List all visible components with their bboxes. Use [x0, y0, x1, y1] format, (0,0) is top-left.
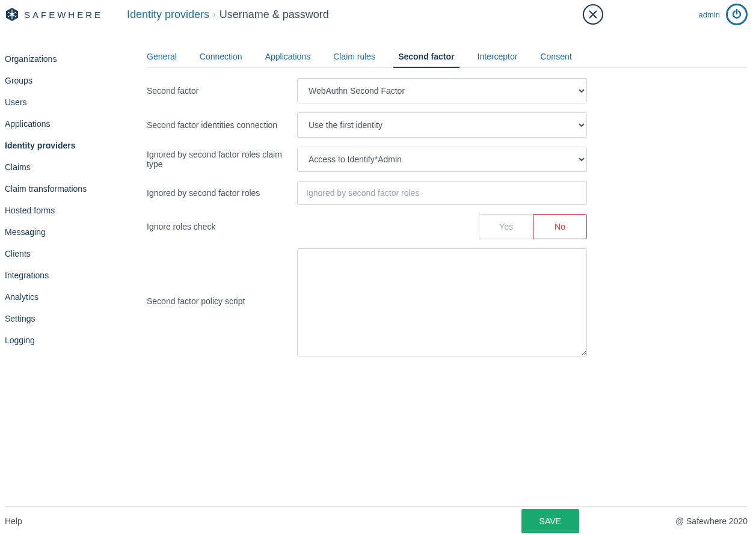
- second-factor-select[interactable]: WebAuthn Second Factor: [297, 78, 587, 103]
- ignored-roles-input[interactable]: [297, 181, 587, 205]
- logo-icon: [5, 7, 19, 22]
- tab-second-factor[interactable]: Second factor: [398, 52, 454, 61]
- sidebar-item-messaging[interactable]: Messaging: [5, 221, 125, 243]
- help-link[interactable]: Help: [5, 516, 22, 526]
- save-button[interactable]: SAVE: [521, 509, 579, 533]
- sidebar-nav: OrganizationsGroupsUsersApplicationsIden…: [5, 48, 125, 351]
- tab-connection[interactable]: Connection: [200, 52, 242, 61]
- second-factor-label: Second factor: [147, 86, 297, 96]
- tab-claim-rules[interactable]: Claim rules: [333, 52, 375, 61]
- ignore-roles-check-label: Ignore roles check: [147, 222, 297, 231]
- current-user[interactable]: admin: [699, 10, 720, 19]
- sidebar-item-hosted-forms[interactable]: Hosted forms: [5, 200, 125, 221]
- sidebar-item-settings[interactable]: Settings: [5, 308, 125, 329]
- sidebar-item-applications[interactable]: Applications: [5, 113, 125, 135]
- copyright-text: @ Safewhere 2020: [675, 516, 748, 526]
- brand-logo: SAFEWHERE: [5, 7, 103, 22]
- ignore-roles-no-button[interactable]: No: [533, 214, 587, 239]
- sidebar-item-users[interactable]: Users: [5, 91, 125, 113]
- breadcrumb-current: Username & password: [220, 8, 329, 21]
- second-factor-form: Second factor WebAuthn Second Factor Sec…: [147, 78, 587, 367]
- power-icon: [731, 9, 742, 20]
- tab-general[interactable]: General: [147, 52, 177, 61]
- tab-interceptor[interactable]: Interceptor: [478, 52, 518, 61]
- breadcrumb-parent-link[interactable]: Identity providers: [127, 8, 209, 21]
- tab-bar: GeneralConnectionApplicationsClaim rules…: [147, 52, 748, 68]
- sidebar-item-identity-providers[interactable]: Identity providers: [5, 135, 125, 156]
- policy-script-label: Second factor policy script: [147, 296, 297, 306]
- sidebar-item-organizations[interactable]: Organizations: [5, 48, 125, 70]
- identities-connection-label: Second factor identities connection: [147, 120, 297, 130]
- sidebar-item-claims[interactable]: Claims: [5, 156, 125, 178]
- sidebar-item-analytics[interactable]: Analytics: [5, 286, 125, 308]
- identities-connection-select[interactable]: Use the first identity: [297, 112, 587, 138]
- logout-button[interactable]: [726, 4, 748, 25]
- sidebar-item-clients[interactable]: Clients: [5, 243, 125, 264]
- sidebar-item-groups[interactable]: Groups: [5, 70, 125, 91]
- roles-claim-type-select[interactable]: Access to Identify*Admin: [297, 147, 587, 172]
- breadcrumb: Identity providers › Username & password: [127, 8, 329, 21]
- tab-applications[interactable]: Applications: [265, 52, 311, 61]
- sidebar-item-integrations[interactable]: Integrations: [5, 264, 125, 286]
- ignore-roles-yes-button[interactable]: Yes: [479, 214, 533, 239]
- policy-script-textarea[interactable]: [297, 248, 587, 356]
- close-button[interactable]: [583, 4, 603, 25]
- tab-consent[interactable]: Consent: [540, 52, 571, 61]
- close-icon: [589, 10, 597, 19]
- roles-claim-type-label: Ignored by second factor roles claim typ…: [147, 150, 297, 169]
- sidebar-item-claim-transformations[interactable]: Claim transformations: [5, 178, 125, 200]
- footer-bar: Help SAVE @ Safewhere 2020: [5, 506, 748, 535]
- sidebar-item-logging[interactable]: Logging: [5, 329, 125, 351]
- brand-name: SAFEWHERE: [24, 10, 103, 20]
- chevron-right-icon: ›: [213, 10, 216, 19]
- ignored-roles-label: Ignored by second factor roles: [147, 188, 297, 198]
